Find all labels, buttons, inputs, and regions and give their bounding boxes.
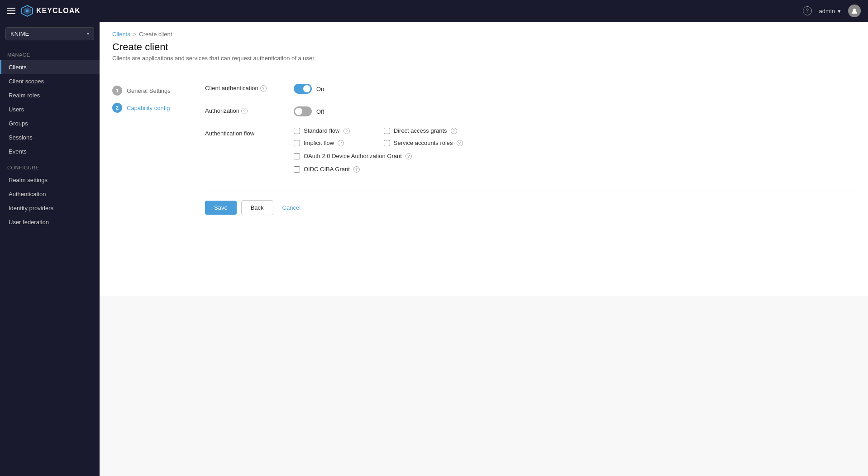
sidebar-item-realm-settings[interactable]: Realm settings xyxy=(0,173,100,187)
authorization-toggle[interactable] xyxy=(294,106,312,116)
sidebar-item-events[interactable]: Events xyxy=(0,144,100,159)
breadcrumb: Clients > Create client xyxy=(112,31,855,38)
page-description: Clients are applications and services th… xyxy=(112,55,855,62)
breadcrumb-separator: > xyxy=(133,31,137,38)
sidebar-item-sessions[interactable]: Sessions xyxy=(0,130,100,144)
authorization-info-icon[interactable]: ? xyxy=(241,108,248,114)
save-button[interactable]: Save xyxy=(205,201,237,215)
service-accounts-checkbox[interactable] xyxy=(384,140,390,146)
direct-access-checkbox[interactable] xyxy=(384,128,390,134)
user-menu[interactable]: admin ▾ xyxy=(819,8,841,14)
help-icon[interactable]: ? xyxy=(803,6,812,15)
breadcrumb-parent[interactable]: Clients xyxy=(112,31,130,38)
main-layout: KNIME ▾ Manage Clients Client scopes Rea… xyxy=(0,22,868,476)
sidebar-item-client-scopes[interactable]: Client scopes xyxy=(0,74,100,88)
sidebar-item-identity-providers-label: Identity providers xyxy=(9,205,53,212)
navbar-right: ? admin ▾ xyxy=(803,5,861,17)
realm-chevron: ▾ xyxy=(87,31,89,36)
sidebar-item-groups-label: Groups xyxy=(9,120,28,127)
sidebar-item-identity-providers[interactable]: Identity providers xyxy=(0,201,100,215)
logo-text: KEYCLOAK xyxy=(36,7,81,15)
client-auth-toggle-wrap: On xyxy=(294,82,324,94)
navbar: KEYCLOAK ? admin ▾ xyxy=(0,0,868,22)
wizard-steps: 1 General Settings 2 Capability config xyxy=(112,82,194,283)
client-auth-info-icon[interactable]: ? xyxy=(260,85,267,91)
client-auth-toggle-knob xyxy=(303,85,310,92)
content-area: Clients > Create client Create client Cl… xyxy=(100,22,868,476)
sidebar-item-users[interactable]: Users xyxy=(0,102,100,116)
form-actions: Save Back Cancel xyxy=(205,191,855,215)
page-title: Create client xyxy=(112,41,855,53)
step-label-2: Capability config xyxy=(127,105,170,111)
step-label-1: General Settings xyxy=(127,87,171,94)
sidebar-item-realm-roles[interactable]: Realm roles xyxy=(0,88,100,102)
oauth-device-label: OAuth 2.0 Device Authorization Grant xyxy=(304,153,402,159)
sidebar-item-realm-roles-label: Realm roles xyxy=(9,92,40,99)
auth-flow-row: Authentication flow Standard flow ? xyxy=(205,127,855,173)
page-header: Clients > Create client Create client Cl… xyxy=(100,22,868,69)
user-chevron: ▾ xyxy=(838,8,841,14)
form-area: 1 General Settings 2 Capability config C… xyxy=(100,69,868,296)
wizard-step-2[interactable]: 2 Capability config xyxy=(112,99,183,116)
cancel-button[interactable]: Cancel xyxy=(278,201,305,215)
implicit-flow-label: Implicit flow xyxy=(304,139,334,146)
direct-access-info-icon[interactable]: ? xyxy=(451,128,457,134)
client-auth-toggle[interactable] xyxy=(294,84,312,94)
checkbox-item-oauth-device: OAuth 2.0 Device Authorization Grant ? xyxy=(294,153,463,159)
oauth-device-info-icon[interactable]: ? xyxy=(405,153,412,159)
sidebar: KNIME ▾ Manage Clients Client scopes Rea… xyxy=(0,22,100,476)
standard-flow-label: Standard flow xyxy=(304,127,340,134)
sidebar-item-authentication-label: Authentication xyxy=(9,191,46,197)
sidebar-item-clients-label: Clients xyxy=(9,64,27,71)
navbar-left: KEYCLOAK xyxy=(7,5,81,17)
sidebar-item-sessions-label: Sessions xyxy=(9,134,33,141)
sidebar-item-groups[interactable]: Groups xyxy=(0,116,100,130)
sidebar-item-user-federation[interactable]: User federation xyxy=(0,215,100,229)
oidc-ciba-label: OIDC CIBA Grant xyxy=(304,166,350,173)
oidc-ciba-checkbox[interactable] xyxy=(294,166,300,173)
manage-section-label: Manage xyxy=(0,46,100,60)
auth-flow-grid: Standard flow ? Direct access grants ? xyxy=(294,127,463,146)
realm-selector[interactable]: KNIME ▾ xyxy=(5,27,94,40)
checkbox-item-implicit-flow: Implicit flow ? xyxy=(294,139,373,146)
oauth-device-checkbox[interactable] xyxy=(294,153,300,159)
client-auth-label: Client authentication ? xyxy=(205,82,286,91)
direct-access-label: Direct access grants xyxy=(394,127,447,134)
oidc-ciba-info-icon[interactable]: ? xyxy=(353,166,360,173)
auth-flow-options: Standard flow ? Direct access grants ? xyxy=(294,127,463,173)
service-accounts-label: Service accounts roles xyxy=(394,139,453,146)
authorization-toggle-label: Off xyxy=(316,108,324,115)
implicit-flow-info-icon[interactable]: ? xyxy=(338,140,344,146)
authorization-label: Authorization ? xyxy=(205,105,286,114)
sidebar-item-authentication[interactable]: Authentication xyxy=(0,187,100,201)
service-accounts-info-icon[interactable]: ? xyxy=(457,140,463,146)
user-label: admin xyxy=(819,8,835,14)
logo: KEYCLOAK xyxy=(21,5,81,17)
checkbox-item-standard-flow: Standard flow ? xyxy=(294,127,373,134)
sidebar-item-client-scopes-label: Client scopes xyxy=(9,78,44,85)
wizard-step-1[interactable]: 1 General Settings xyxy=(112,82,183,99)
client-auth-toggle-label: On xyxy=(316,86,324,92)
checkbox-item-direct-access: Direct access grants ? xyxy=(384,127,463,134)
step-circle-2: 2 xyxy=(112,103,122,113)
authorization-toggle-knob xyxy=(295,108,302,115)
svg-point-2 xyxy=(26,10,29,12)
avatar[interactable] xyxy=(848,5,861,17)
configure-section-label: Configure xyxy=(0,159,100,173)
client-auth-row: Client authentication ? On xyxy=(205,82,855,94)
implicit-flow-checkbox[interactable] xyxy=(294,140,300,146)
standard-flow-checkbox[interactable] xyxy=(294,128,300,134)
auth-flow-label: Authentication flow xyxy=(205,127,286,137)
step-circle-1: 1 xyxy=(112,86,122,96)
checkbox-item-oidc-ciba: OIDC CIBA Grant ? xyxy=(294,166,463,173)
realm-name: KNIME xyxy=(10,30,29,37)
authorization-toggle-wrap: Off xyxy=(294,105,324,116)
sidebar-item-clients[interactable]: Clients xyxy=(0,60,100,74)
hamburger-menu[interactable] xyxy=(7,8,15,14)
sidebar-item-events-label: Events xyxy=(9,148,27,155)
back-button[interactable]: Back xyxy=(241,200,273,215)
logo-icon xyxy=(21,5,33,17)
authorization-row: Authorization ? Off xyxy=(205,105,855,116)
sidebar-item-user-federation-label: User federation xyxy=(9,219,49,226)
standard-flow-info-icon[interactable]: ? xyxy=(343,128,350,134)
